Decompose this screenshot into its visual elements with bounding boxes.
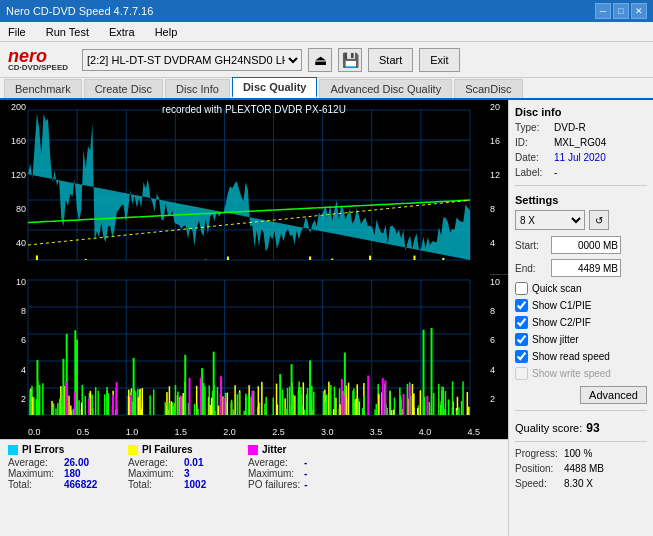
disc-date-value: 11 Jul 2020 <box>554 152 606 163</box>
logo-area: nero CD·DVD/SPEED <box>8 47 68 72</box>
disc-id-row: ID: MXL_RG04 <box>515 137 647 148</box>
disc-type-value: DVD-R <box>554 122 586 133</box>
disc-info-title: Disc info <box>515 106 647 118</box>
disc-date-label: Date: <box>515 152 550 163</box>
pi-errors-avg-value: 26.00 <box>64 457 89 468</box>
show-write-speed-row: Show write speed <box>515 367 647 380</box>
save-icon[interactable]: 💾 <box>338 48 362 72</box>
quick-scan-checkbox[interactable] <box>515 282 528 295</box>
pi-failures-legend <box>128 445 138 455</box>
pi-failures-max-label: Maximum: <box>128 468 180 479</box>
divider-3 <box>515 441 647 442</box>
tabs: Benchmark Create Disc Disc Info Disc Qua… <box>0 78 653 100</box>
show-read-speed-row: Show read speed <box>515 350 647 363</box>
start-button[interactable]: Start <box>368 48 413 72</box>
pi-failures-avg-label: Average: <box>128 457 180 468</box>
chart-section: 2001601208040 20161284 recorded with PLE… <box>0 100 508 536</box>
show-c1pie-label: Show C1/PIE <box>532 300 591 311</box>
pi-failures-label: PI Failures <box>142 444 193 455</box>
end-label: End: <box>515 263 547 274</box>
menu-help[interactable]: Help <box>151 26 182 38</box>
show-write-speed-checkbox <box>515 367 528 380</box>
divider-1 <box>515 185 647 186</box>
titlebar: Nero CD-DVD Speed 4.7.7.16 ─ □ ✕ <box>0 0 653 22</box>
show-write-speed-label: Show write speed <box>532 368 611 379</box>
divider-2 <box>515 410 647 411</box>
exit-button[interactable]: Exit <box>419 48 459 72</box>
disc-label-row: Label: - <box>515 167 647 178</box>
minimize-button[interactable]: ─ <box>595 3 611 19</box>
disc-label-label: Label: <box>515 167 550 178</box>
speed-select[interactable]: 8 X <box>515 210 585 230</box>
advanced-button[interactable]: Advanced <box>580 386 647 404</box>
maximize-button[interactable]: □ <box>613 3 629 19</box>
tab-disc-info[interactable]: Disc Info <box>165 79 230 98</box>
close-button[interactable]: ✕ <box>631 3 647 19</box>
show-c2pif-row: Show C2/PIF <box>515 316 647 329</box>
disc-id-label: ID: <box>515 137 550 148</box>
drive-select[interactable]: [2:2] HL-DT-ST DVDRAM GH24NSD0 LH00 <box>82 49 302 71</box>
start-input[interactable] <box>551 236 621 254</box>
pi-errors-avg-label: Average: <box>8 457 60 468</box>
top-chart: 2001601208040 20161284 recorded with PLE… <box>0 100 508 275</box>
bottom-chart: 108642 108642 <box>0 275 508 425</box>
disc-date-row: Date: 11 Jul 2020 <box>515 152 647 163</box>
tab-scan-disc[interactable]: ScanDisc <box>454 79 522 98</box>
position-label: Position: <box>515 463 560 474</box>
tab-advanced-disc-quality[interactable]: Advanced Disc Quality <box>319 79 452 98</box>
menu-file[interactable]: File <box>4 26 30 38</box>
chart-title: recorded with PLEXTOR DVDR PX-612U <box>0 102 508 117</box>
disc-type-row: Type: DVD-R <box>515 122 647 133</box>
titlebar-controls: ─ □ ✕ <box>595 3 647 19</box>
pi-errors-max-label: Maximum: <box>8 468 60 479</box>
show-jitter-row: Show jitter <box>515 333 647 346</box>
progress-label: Progress: <box>515 448 560 459</box>
x-axis: 0.00.51.01.52.02.53.03.54.04.5 <box>0 425 508 439</box>
disc-id-value: MXL_RG04 <box>554 137 606 148</box>
nero-sub: CD·DVD/SPEED <box>8 63 68 72</box>
disc-label-value: - <box>554 167 557 178</box>
show-c2pif-checkbox[interactable] <box>515 316 528 329</box>
menu-run-test[interactable]: Run Test <box>42 26 93 38</box>
show-c1pie-checkbox[interactable] <box>515 299 528 312</box>
titlebar-title: Nero CD-DVD Speed 4.7.7.16 <box>6 5 153 17</box>
eject-icon[interactable]: ⏏ <box>308 48 332 72</box>
quick-scan-row: Quick scan <box>515 282 647 295</box>
tab-benchmark[interactable]: Benchmark <box>4 79 82 98</box>
jitter-max-label: Maximum: <box>248 468 300 479</box>
show-read-speed-checkbox[interactable] <box>515 350 528 363</box>
pi-errors-total-label: Total: <box>8 479 60 490</box>
show-jitter-label: Show jitter <box>532 334 579 345</box>
speed-row-result: Speed: 8.30 X <box>515 478 647 489</box>
speed-result-value: 8.30 X <box>564 478 593 489</box>
jitter-label: Jitter <box>262 444 286 455</box>
disc-type-label: Type: <box>515 122 550 133</box>
progress-value: 100 % <box>564 448 592 459</box>
end-input[interactable] <box>551 259 621 277</box>
show-jitter-checkbox[interactable] <box>515 333 528 346</box>
refresh-icon[interactable]: ↺ <box>589 210 609 230</box>
tab-disc-quality[interactable]: Disc Quality <box>232 77 318 98</box>
stats-bar: PI Errors Average: 26.00 Maximum: 180 To… <box>0 439 508 494</box>
end-row: End: <box>515 259 647 277</box>
settings-title: Settings <box>515 194 647 206</box>
right-panel: Disc info Type: DVD-R ID: MXL_RG04 Date:… <box>508 100 653 536</box>
show-read-speed-label: Show read speed <box>532 351 610 362</box>
position-row: Position: 4488 MB <box>515 463 647 474</box>
jitter-po-value: - <box>304 479 307 490</box>
bottom-chart-y-axis-right: 108642 <box>488 275 508 425</box>
jitter-group: Jitter Average: - Maximum: - PO failures… <box>248 444 348 490</box>
menu-extra[interactable]: Extra <box>105 26 139 38</box>
quality-score-value: 93 <box>586 421 599 435</box>
jitter-legend <box>248 445 258 455</box>
pi-errors-max-value: 180 <box>64 468 81 479</box>
progress-row: Progress: 100 % <box>515 448 647 459</box>
pi-errors-group: PI Errors Average: 26.00 Maximum: 180 To… <box>8 444 108 490</box>
pi-failures-avg-value: 0.01 <box>184 457 203 468</box>
top-chart-y-axis-right: 20161284 <box>488 100 508 274</box>
jitter-po-label: PO failures: <box>248 479 300 490</box>
jitter-avg-value: - <box>304 457 307 468</box>
position-value: 4488 MB <box>564 463 604 474</box>
pi-errors-legend <box>8 445 18 455</box>
tab-create-disc[interactable]: Create Disc <box>84 79 163 98</box>
